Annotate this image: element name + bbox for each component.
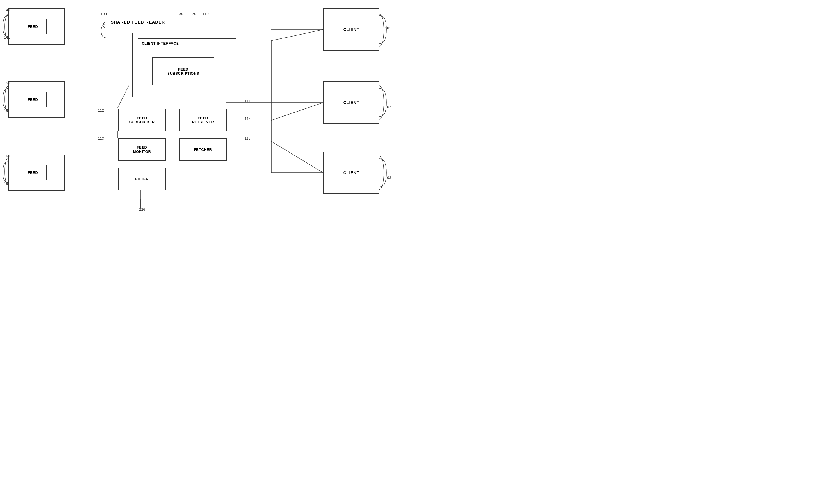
svg-line-4 <box>270 103 323 121</box>
label-102: 102 <box>385 105 391 109</box>
label-101: 101 <box>385 26 391 30</box>
label-113: 113 <box>98 136 104 140</box>
svg-line-5 <box>270 140 323 173</box>
client-interface: CLIENT INTERFACE FEED SUBSCRIPTIONS <box>138 38 236 103</box>
client-103: CLIENT <box>323 152 380 194</box>
label-120: 120 <box>190 12 196 16</box>
svg-line-16 <box>271 29 323 41</box>
feed-151: FEED <box>19 92 47 107</box>
label-110: 110 <box>202 12 209 16</box>
website-140: WEB SITE FEED <box>8 8 64 45</box>
feed-retriever: FEED RETRIEVER <box>179 109 227 131</box>
label-103: 103 <box>385 176 391 180</box>
feed-monitor: FEED MONITOR <box>118 138 166 161</box>
label-116: 116 <box>139 207 145 212</box>
label-150: 150 <box>4 81 10 85</box>
website-150: WEB SITE FEED <box>8 81 64 118</box>
client-101: CLIENT <box>323 8 380 51</box>
feed-subscriptions: FEED SUBSCRIPTIONS <box>152 57 214 85</box>
feed-161: FEED <box>19 165 47 180</box>
filter: FILTER <box>118 168 166 190</box>
shared-feed-reader: SHARED FEED READER CLIENT INTERFACE FEED… <box>107 17 271 200</box>
label-161: 161 <box>4 182 10 186</box>
label-112: 112 <box>98 108 104 112</box>
label-100: 100 <box>101 12 107 16</box>
label-130: 130 <box>177 12 183 16</box>
label-115: 115 <box>244 136 251 140</box>
client-102: CLIENT <box>323 81 380 124</box>
diagram: WEB SITE FEED WEB SITE FEED WEB SITE FEE… <box>0 0 416 252</box>
feed-subscriber: FEED SUBSCRIBER <box>118 109 166 131</box>
label-140: 140 <box>4 8 10 12</box>
label-111: 111 <box>244 99 251 103</box>
fetcher: FETCHER <box>179 138 227 161</box>
label-160: 160 <box>4 154 10 158</box>
website-160: WEB SITE FEED <box>8 155 64 191</box>
label-114: 114 <box>244 116 251 121</box>
feed-141: FEED <box>19 19 47 34</box>
label-141: 141 <box>4 35 10 39</box>
label-151: 151 <box>4 108 10 113</box>
